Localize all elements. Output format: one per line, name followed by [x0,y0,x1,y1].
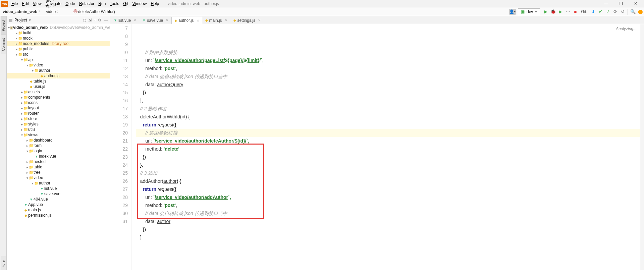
code-line[interactable]: data: author [138,217,640,225]
project-view-title[interactable]: Project [14,18,27,22]
code-line[interactable]: } [138,233,640,241]
menu-git[interactable]: Git [121,1,130,6]
breadcrumb-item[interactable]: api〉 [45,3,72,9]
code-line[interactable]: url: `/service_video/author/addAuthor`, [138,193,640,201]
git-commit-button[interactable]: ✔ [597,9,603,15]
expand-icon[interactable]: ⇲ [88,18,92,22]
tree-item[interactable]: ▾author [7,68,110,73]
code-line[interactable]: addAuthor(author) { [138,177,640,185]
tree-item[interactable]: table.js [7,78,110,84]
tree-item[interactable]: ▾author [7,180,110,186]
code-line[interactable]: deleteAuthorWithId(id) { [138,113,640,121]
code-line[interactable]: // 3.添加 [138,169,640,177]
code-line[interactable]: // 路由参数拼接 [138,129,640,137]
code-line[interactable]: }, [138,97,640,105]
close-tab-icon[interactable]: ✕ [133,18,136,22]
tree-item[interactable]: ▸styles [7,121,110,127]
code-line[interactable]: }) [138,153,640,161]
editor-tab[interactable]: list.vue✕ [111,16,139,24]
window-maximize-button[interactable]: ❐ [618,1,624,7]
collapse-icon[interactable]: ÷ [94,18,96,22]
gear-icon[interactable]: ⚙ [98,18,102,22]
code-line[interactable]: }) [138,89,640,97]
git-push-button[interactable]: ↗ [605,9,611,15]
git-update-button[interactable]: ⬇ [590,9,596,15]
editor-tab[interactable]: author.js✕ [171,17,202,24]
tree-item[interactable]: ▸layout [7,105,110,111]
tree-item[interactable]: ▸router [7,111,110,116]
menu-view[interactable]: View [31,1,44,6]
tree-item[interactable]: ▸mock [7,36,110,41]
tree-item[interactable]: index.vue [7,154,110,159]
fold-column[interactable] [131,24,136,270]
code-line[interactable]: method: 'delete' [138,145,640,153]
git-history-button[interactable]: ⟳ [612,9,618,15]
chevron-down-icon[interactable]: ▾ [29,18,31,22]
code-editor[interactable]: Analyzing... // 路由参数拼接 url: `/service_vi… [136,24,640,270]
code-line[interactable]: return request({ [138,121,640,129]
tree-item[interactable]: 404.vue [7,197,110,202]
code-line[interactable]: data: authorQuery [138,80,640,89]
tree-item[interactable]: ▾src [7,52,110,57]
profile-button[interactable]: ⋯ [565,9,571,15]
tree-item[interactable]: ▸public [7,46,110,52]
code-line[interactable]: return request({ [138,185,640,193]
tree-root[interactable]: ▾ video_admin_web D:\Develop\Web\video_a… [7,25,110,30]
tree-item[interactable]: list.vue [7,186,110,191]
tree-item[interactable]: ▸nested [7,159,110,164]
menu-run[interactable]: Run [96,1,108,6]
tree-item[interactable]: ▾video [7,62,110,68]
project-tree[interactable]: ▾ video_admin_web D:\Develop\Web\video_a… [7,24,110,270]
window-minimize-button[interactable]: — [603,1,609,7]
menu-refactor[interactable]: Refactor [77,1,96,6]
window-close-button[interactable]: ✕ [633,1,639,7]
editor-tab[interactable]: settings.js✕ [230,16,264,24]
breadcrumb-item[interactable]: video〉 [45,9,72,14]
tree-item[interactable]: main.js [7,207,110,213]
menu-window[interactable]: Window [130,1,149,6]
code-line[interactable]: }, [138,161,640,169]
code-line[interactable]: }) [138,225,640,233]
run-config-selector[interactable]: ▣ dev ▾ [518,8,540,15]
tree-item[interactable]: ▸table [7,164,110,170]
tree-item[interactable]: ▾login [7,148,110,154]
coverage-button[interactable]: ▶ [557,9,564,15]
code-line[interactable]: url: `/service_video/author/pageList/${p… [138,56,640,64]
close-tab-icon[interactable]: ✕ [166,18,168,22]
tree-item[interactable]: user.js [7,84,110,89]
code-line[interactable]: // 2.删除作者 [138,105,640,113]
menu-file[interactable]: File [9,1,20,6]
tree-item[interactable]: ▸form [7,143,110,148]
tree-item[interactable]: ▸tree [7,170,110,175]
tree-item[interactable]: ▸dashboard [7,138,110,143]
tree-item[interactable]: ▸components [7,95,110,100]
tree-item[interactable]: App.vue [7,202,110,207]
editor-tab[interactable]: save.vue✕ [139,16,171,24]
error-stripe[interactable] [640,24,644,270]
menu-help[interactable]: Help [149,1,161,6]
breadcrumb-project[interactable]: video_admin_web〉 [1,9,45,14]
tree-item[interactable]: ▸build [7,30,110,36]
tree-item[interactable]: ▸store [7,116,110,121]
code-line[interactable]: method: 'post', [138,64,640,72]
editor-tab[interactable]: main.js✕ [202,16,230,24]
ide-settings-button[interactable]: ⬤ [637,9,643,15]
git-revert-button[interactable]: ↺ [620,9,626,15]
close-tab-icon[interactable]: ✕ [258,18,261,22]
tree-item[interactable]: ▸assets [7,89,110,95]
code-line[interactable]: // data 会自动转成 json 传递到接口当中 [138,72,640,80]
search-button[interactable]: 🔍 [630,9,636,15]
tree-item[interactable]: ▾video [7,175,110,180]
code-line[interactable]: method: 'post', [138,201,640,209]
rail-tab-structure[interactable]: ture [1,257,6,270]
tree-item[interactable]: save.vue [7,191,110,197]
tree-item[interactable]: ▾views [7,132,110,138]
close-tab-icon[interactable]: ✕ [225,18,227,22]
target-icon[interactable]: ◎ [83,18,86,22]
menu-edit[interactable]: Edit [20,1,31,6]
user-icon[interactable]: 👤▾ [509,9,516,15]
tree-item[interactable]: permission.js [7,213,110,218]
tree-item[interactable]: ▸icons [7,100,110,105]
stop-button[interactable]: ■ [572,9,578,15]
run-button[interactable]: ▶ [543,9,549,15]
